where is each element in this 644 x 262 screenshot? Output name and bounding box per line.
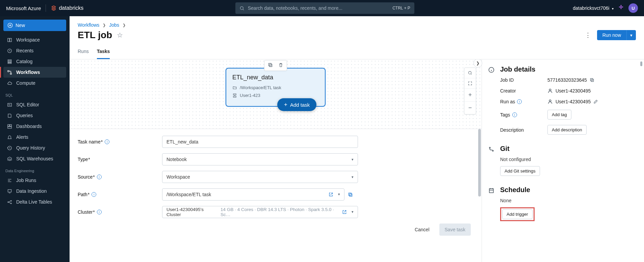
cluster-select[interactable]: User1-42300495's Cluster 14 GB · 4 Cores… <box>162 206 358 218</box>
sidebar-item-label: Job Runs <box>16 178 36 183</box>
run-now-dropdown[interactable]: ▾ <box>626 30 636 40</box>
sidebar-item-job-runs[interactable]: Job Runs <box>3 175 66 186</box>
info-icon[interactable]: i <box>97 210 102 214</box>
delete-task-button[interactable] <box>278 62 283 69</box>
sidebar-item-delta-live[interactable]: Delta Live Tables <box>3 196 66 207</box>
svg-rect-8 <box>7 70 9 72</box>
sidebar-item-sql-editor[interactable]: SQL Editor <box>3 99 66 110</box>
form-scrollbar[interactable] <box>478 129 481 196</box>
sidebar-item-dashboards[interactable]: Dashboards <box>3 121 66 132</box>
search-placeholder: Search data, notebooks, recents, and mor… <box>248 5 392 11</box>
info-icon[interactable]: i <box>92 192 96 197</box>
run-as-label: Run as <box>500 99 515 104</box>
add-task-button[interactable]: + Add task <box>277 98 316 111</box>
job-tabs: Runs Tasks <box>70 45 644 59</box>
sidebar-item-data-ingestion[interactable]: Data Ingestion <box>3 186 66 196</box>
cancel-button[interactable]: Cancel <box>409 224 435 236</box>
edit-icon[interactable] <box>593 99 598 104</box>
global-search[interactable]: Search data, notebooks, recents, and mor… <box>235 2 414 14</box>
path-input[interactable]: /Workspace/ETL task ▾ <box>162 188 344 201</box>
favorite-star-icon[interactable]: ☆ <box>117 31 123 39</box>
chevron-down-icon: ▾ <box>338 192 340 197</box>
chevron-down-icon: ▾ <box>352 157 354 162</box>
info-icon[interactable]: i <box>512 112 517 117</box>
canvas-zoom-in-button[interactable]: + <box>464 89 476 102</box>
sidebar-item-compute[interactable]: Compute <box>3 78 66 88</box>
sidebar-item-catalog[interactable]: Catalog <box>3 56 66 67</box>
sidebar-item-workspace[interactable]: Workspace <box>3 34 66 45</box>
canvas-zoom-out-button[interactable]: − <box>464 102 476 114</box>
avatar[interactable]: U <box>628 3 638 13</box>
details-scrollbar[interactable] <box>640 61 642 66</box>
schedule-title: Schedule <box>500 186 635 194</box>
bell-icon <box>7 134 12 140</box>
task-name-input[interactable]: ETL_new_data <box>162 136 358 148</box>
svg-rect-28 <box>590 78 593 81</box>
catalog-icon <box>7 59 12 64</box>
add-description-button[interactable]: Add description <box>547 125 587 135</box>
svg-rect-12 <box>10 124 11 126</box>
add-trigger-button[interactable]: Add trigger <box>502 209 533 219</box>
sidebar-item-label: Compute <box>16 80 35 86</box>
svg-rect-14 <box>9 159 10 160</box>
task-node-path: /Workspace/ETL task <box>240 85 281 90</box>
section-sql: SQL <box>3 88 66 99</box>
task-form: Task name i ETL_new_data Type Notebook▾ … <box>70 129 482 262</box>
svg-rect-6 <box>8 61 11 62</box>
sidebar-item-sql-warehouses[interactable]: SQL Warehouses <box>3 153 66 164</box>
svg-rect-5 <box>8 59 11 60</box>
external-link-icon[interactable] <box>342 210 347 214</box>
copy-path-icon[interactable] <box>348 192 353 197</box>
svg-point-30 <box>549 100 551 102</box>
breadcrumb-workflows[interactable]: Workflows <box>78 22 99 28</box>
sidebar-item-label: Workflows <box>16 70 40 75</box>
svg-point-29 <box>549 89 551 91</box>
breadcrumb: Workflows ❯ Jobs ❯ <box>70 16 644 28</box>
chevron-down-icon: ▾ <box>352 210 354 214</box>
workspace-switcher[interactable]: databricksvct706i ▾ <box>573 5 614 11</box>
assistant-icon[interactable] <box>618 5 624 12</box>
svg-rect-33 <box>489 189 493 193</box>
add-task-label: Add task <box>290 102 310 108</box>
cloud-icon <box>7 80 12 86</box>
type-select[interactable]: Notebook▾ <box>162 153 358 165</box>
job-id-label: Job ID <box>500 77 547 83</box>
run-now-button[interactable]: Run now ▾ <box>597 30 636 40</box>
sidebar-item-alerts[interactable]: Alerts <box>3 132 66 142</box>
info-icon[interactable]: i <box>97 175 102 179</box>
chevron-right-icon: ❯ <box>123 23 126 27</box>
svg-point-17 <box>10 200 11 201</box>
add-tag-button[interactable]: Add tag <box>547 110 571 120</box>
save-task-button[interactable]: Save task <box>439 224 471 236</box>
task-graph-canvas[interactable]: ❯ + − ETL_new_data <box>70 59 482 129</box>
canvas-fit-button[interactable] <box>464 78 476 89</box>
add-git-settings-button[interactable]: Add Git settings <box>500 166 540 176</box>
tab-tasks[interactable]: Tasks <box>97 45 110 59</box>
avatar-initial: U <box>632 6 635 11</box>
brand-text: databricks <box>59 5 83 11</box>
sidebar-item-workflows[interactable]: Workflows <box>3 67 66 78</box>
sidebar-item-query-history[interactable]: Query History <box>3 142 66 153</box>
sidebar-item-recents[interactable]: Recents <box>3 45 66 56</box>
info-icon[interactable]: i <box>105 139 109 144</box>
copy-task-button[interactable] <box>268 62 273 69</box>
new-button[interactable]: New <box>3 20 66 31</box>
info-circle-icon <box>488 67 494 73</box>
canvas-search-button[interactable] <box>464 68 476 78</box>
svg-rect-15 <box>8 189 11 192</box>
collapse-panel-button[interactable]: ❯ <box>473 59 482 68</box>
job-id-value: 577163320323645 <box>547 77 587 83</box>
databricks-logo[interactable]: databricks <box>51 5 83 11</box>
section-de: Data Engineering <box>3 164 66 175</box>
tab-runs[interactable]: Runs <box>78 45 89 59</box>
job-more-menu[interactable]: ⋮ <box>582 31 594 39</box>
breadcrumb-jobs[interactable]: Jobs <box>109 22 119 28</box>
creator-label: Creator <box>500 88 547 94</box>
copy-icon[interactable] <box>590 78 594 82</box>
external-link-icon[interactable] <box>329 192 333 197</box>
sidebar-item-queries[interactable]: Queries <box>3 110 66 121</box>
info-icon[interactable]: i <box>517 99 522 104</box>
source-select[interactable]: Workspace▾ <box>162 171 358 183</box>
job-details-panel: Job details Job ID 577163320323645 Creat… <box>482 59 644 262</box>
chevron-down-icon: ▾ <box>352 175 354 179</box>
